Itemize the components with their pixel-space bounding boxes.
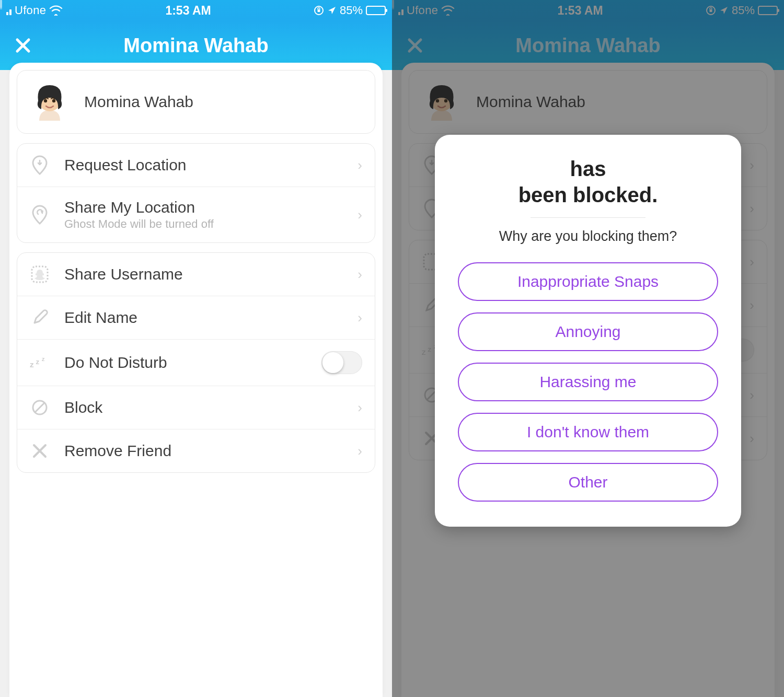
clock: 1:53 AM [165,4,211,18]
dnd-row[interactable]: zzz Do Not Disturb [17,339,375,386]
chevron-right-icon: › [358,400,362,416]
profile-card[interactable]: Momina Wahab [17,70,375,134]
status-left: Ufone [6,4,63,17]
modal-title: has been blocked. [458,156,718,208]
location-share-icon [30,205,50,225]
rotation-lock-icon [314,5,324,16]
actions-group: Share Username › Edit Name › zzz Do Not … [17,252,375,473]
battery-icon [366,6,386,15]
reason-annoying-button[interactable]: Annoying [458,312,718,351]
share-location-row[interactable]: Share My Location Ghost Mode will be tur… [17,187,375,242]
chevron-right-icon: › [358,207,362,223]
reason-harassing-button[interactable]: Harassing me [458,363,718,401]
location-request-icon [30,155,50,175]
menu-label: Request Location [64,156,343,174]
svg-text:z: z [30,360,34,369]
location-arrow-icon [327,6,337,15]
avatar [28,80,72,124]
snapcode-icon [30,264,50,284]
battery-percent: 85% [340,4,363,17]
pencil-icon [30,308,50,328]
close-icon [15,37,31,54]
menu-label: Block [64,399,343,416]
action-sheet: Momina Wahab Request Location › Share My… [9,63,383,697]
carrier-label: Ufone [15,4,46,17]
close-button[interactable] [13,35,33,56]
chevron-right-icon: › [358,157,362,173]
dnd-toggle[interactable] [321,351,362,374]
menu-label: Remove Friend [64,442,343,460]
block-reason-modal: has been blocked. Why are you blocking t… [435,135,741,527]
screen-settings-sheet: Ufone 1:53 AM 85% Momina Wahab TUESDAY [0,0,392,697]
reason-other-button[interactable]: Other [458,463,718,502]
edit-name-row[interactable]: Edit Name › [17,296,375,339]
reason-inappropriate-button[interactable]: Inappropriate Snaps [458,262,718,301]
reason-unknown-button[interactable]: I don't know them [458,413,718,451]
divider [531,217,645,218]
menu-label: Edit Name [64,309,343,327]
chevron-right-icon: › [358,266,362,283]
screen-block-modal: Ufone 1:53 AM 85% Momina Wahab TUESDAY [392,0,784,697]
svg-line-10 [35,403,44,412]
zzz-icon: zzz [30,353,50,373]
profile-name: Momina Wahab [84,93,193,111]
status-right: 85% [314,4,386,17]
request-location-row[interactable]: Request Location › [17,144,375,187]
modal-subtitle: Why are you blocking them? [458,228,718,245]
svg-point-4 [52,99,55,102]
wifi-icon [49,5,63,16]
menu-label: Share My Location [64,199,343,216]
chevron-right-icon: › [358,310,362,326]
location-group: Request Location › Share My Location Gho… [17,143,375,243]
menu-label: Do Not Disturb [64,354,307,371]
block-icon [30,398,50,417]
remove-friend-row[interactable]: Remove Friend › [17,429,375,472]
svg-text:z: z [42,356,45,362]
status-bar: Ufone 1:53 AM 85% [0,0,392,21]
svg-text:z: z [36,358,39,366]
chevron-right-icon: › [358,443,362,459]
x-icon [30,441,50,461]
page-title: Momina Wahab [123,34,268,57]
menu-label: Share Username [64,265,343,283]
svg-point-3 [44,99,47,102]
svg-rect-1 [317,9,320,12]
block-row[interactable]: Block › [17,386,375,429]
share-username-row[interactable]: Share Username › [17,253,375,296]
cellular-signal-icon [6,6,11,15]
menu-sublabel: Ghost Mode will be turned off [64,217,343,231]
